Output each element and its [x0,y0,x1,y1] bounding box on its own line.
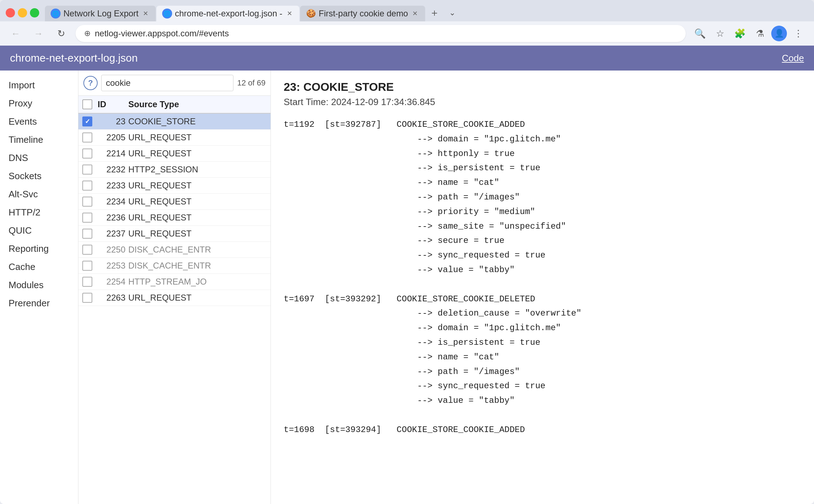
new-tab-button[interactable]: ＋ [426,4,443,21]
table-row[interactable]: 2250 DISK_CACHE_ENTR [78,242,271,258]
app-title: chrome-net-export-log.json [10,52,138,64]
table-row[interactable]: 2233 URL_REQUEST [78,178,271,194]
sidebar-item-dns[interactable]: DNS [0,149,78,167]
sidebar-item-timeline[interactable]: Timeline [0,131,78,149]
tab3-close[interactable]: ✕ [411,9,419,18]
tabs-dropdown-button[interactable]: ⌄ [444,4,461,21]
back-button[interactable]: ← [7,25,24,42]
sidebar-item-import[interactable]: Import [0,76,78,94]
row1-source: COOKIE_STORE [128,116,249,126]
row9-checkbox[interactable] [82,245,92,255]
sidebar-item-proxy[interactable]: Proxy [0,94,78,113]
lab-icon[interactable]: ⚗ [751,25,768,42]
row8-check[interactable] [78,229,96,239]
row8-id: 2237 [96,229,128,239]
tab1-close[interactable]: ✕ [141,9,150,18]
row12-id: 2263 [96,293,128,303]
table-row[interactable]: 2236 URL_REQUEST [78,210,271,226]
table-row[interactable]: 2254 HTTP_STREAM_JO [78,274,271,290]
row10-checkbox[interactable] [82,261,92,271]
table-row[interactable]: 2234 URL_REQUEST [78,194,271,210]
row8-checkbox[interactable] [82,229,92,239]
row5-checkbox[interactable] [82,181,92,191]
table-row[interactable]: 2232 HTTP2_SESSION [78,162,271,178]
table-header: ID Source Type [78,96,271,114]
filter-input[interactable] [101,75,233,91]
row11-checkbox[interactable] [82,277,92,287]
sidebar-item-alt-svc[interactable]: Alt-Svc [0,185,78,203]
address-bar-input[interactable]: ⊕ netlog-viewer.appspot.com/#events [76,25,686,42]
app-header: chrome-net-export-log.json Code [0,46,814,71]
extension-icon[interactable]: 🧩 [731,25,748,42]
sidebar-item-http2[interactable]: HTTP/2 [0,203,78,222]
row6-check[interactable] [78,197,96,207]
table-row[interactable]: 2214 URL_REQUEST [78,146,271,162]
tab-chrome-net-export[interactable]: 🌐 chrome-net-export-log.json - ✕ [156,6,299,21]
forward-button[interactable]: → [30,25,47,42]
sidebar-item-reporting[interactable]: Reporting [0,240,78,258]
table-row[interactable]: 2205 URL_REQUEST [78,130,271,146]
table-row[interactable]: 2237 URL_REQUEST [78,226,271,242]
row4-check[interactable] [78,165,96,175]
row2-checkbox[interactable] [82,133,92,142]
site-info-icon: ⊕ [84,29,91,38]
bookmark-icon[interactable]: ☆ [711,25,728,42]
row11-check[interactable] [78,277,96,287]
help-button[interactable]: ? [83,76,98,90]
row6-source: URL_REQUEST [128,197,249,207]
row11-id: 2254 [96,277,128,287]
table-row[interactable]: 23 COOKIE_STORE [78,114,271,130]
browser-window: 🌐 Network Log Export ✕ 🌐 chrome-net-expo… [0,0,814,504]
th-checkbox [78,99,96,109]
row12-check[interactable] [78,293,96,303]
address-bar: ← → ↻ ⊕ netlog-viewer.appspot.com/#event… [0,21,814,46]
tab2-title: chrome-net-export-log.json - [175,9,282,19]
detail-log: t=1192 [st=392787] COOKIE_STORE_COOKIE_A… [284,118,801,437]
menu-icon[interactable]: ⋮ [790,25,807,42]
row3-check[interactable] [78,149,96,159]
row7-check[interactable] [78,213,96,223]
close-button[interactable] [6,8,15,17]
sidebar-item-cache[interactable]: Cache [0,258,78,276]
row4-id: 2232 [96,165,128,175]
row2-check[interactable] [78,133,96,142]
tab-network-log-export[interactable]: 🌐 Network Log Export ✕ [45,6,156,21]
row7-checkbox[interactable] [82,213,92,223]
minimize-button[interactable] [18,8,27,17]
row10-check[interactable] [78,261,96,271]
sidebar-item-sockets[interactable]: Sockets [0,167,78,185]
table-row[interactable]: 2263 URL_REQUEST [78,290,271,306]
app-content: chrome-net-export-log.json Code Import P… [0,46,814,504]
tab1-favicon: 🌐 [51,9,61,19]
search-icon[interactable]: 🔍 [691,25,709,42]
row5-id: 2233 [96,181,128,191]
tab3-favicon: 🍪 [306,9,316,19]
select-all-checkbox[interactable] [82,99,92,109]
row12-checkbox[interactable] [82,293,92,303]
reload-button[interactable]: ↻ [53,25,70,42]
table-row[interactable]: 2253 DISK_CACHE_ENTR [78,258,271,274]
row1-checkbox[interactable] [82,116,92,126]
sidebar-item-prerender[interactable]: Prerender [0,294,78,312]
maximize-button[interactable] [30,8,39,17]
row5-check[interactable] [78,181,96,191]
row9-check[interactable] [78,245,96,255]
sidebar-item-events[interactable]: Events [0,113,78,131]
row3-checkbox[interactable] [82,149,92,159]
code-link[interactable]: Code [782,53,804,64]
row3-source: URL_REQUEST [128,149,249,159]
row10-id: 2253 [96,261,128,271]
row3-id: 2214 [96,149,128,159]
tab2-close[interactable]: ✕ [285,9,294,18]
sidebar-item-modules[interactable]: Modules [0,276,78,294]
row1-check[interactable] [78,116,96,126]
tabs-bar: 🌐 Network Log Export ✕ 🌐 chrome-net-expo… [45,4,808,21]
row6-checkbox[interactable] [82,197,92,207]
detail-subtitle: Start Time: 2024-12-09 17:34:36.845 [284,97,801,108]
main-layout: Import Proxy Events Timeline DNS Sockets… [0,71,814,504]
tab-first-party-cookie[interactable]: 🍪 First-party cookie demo ✕ [300,6,425,21]
events-panel: ? 12 of 69 ID Source Type [78,71,271,504]
row4-checkbox[interactable] [82,165,92,175]
sidebar-item-quic[interactable]: QUIC [0,222,78,240]
profile-avatar[interactable]: 👤 [771,26,787,41]
